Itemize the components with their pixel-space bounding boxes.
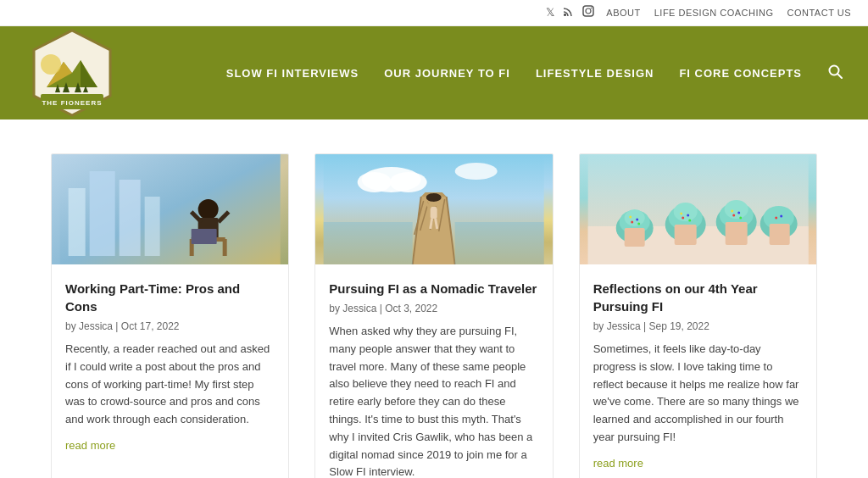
- svg-rect-1: [583, 6, 593, 16]
- twitter-icon[interactable]: 𝕏: [546, 6, 554, 19]
- svg-point-58: [631, 221, 633, 224]
- nav-journey[interactable]: OUR JOURNEY TO FI: [384, 67, 510, 80]
- svg-point-68: [680, 213, 682, 215]
- rss-icon[interactable]: [563, 6, 574, 20]
- card-image: [315, 154, 552, 264]
- svg-rect-73: [725, 222, 747, 245]
- contact-link[interactable]: CONTACT US: [787, 8, 852, 18]
- svg-point-3: [591, 8, 593, 9]
- read-more-link[interactable]: read more: [593, 457, 643, 470]
- card-body: Reflections on our 4th Year Pursuing FI …: [580, 264, 816, 478]
- svg-rect-80: [769, 224, 789, 245]
- svg-rect-21: [145, 197, 160, 256]
- svg-text:THE FIONEERS: THE FIONEERS: [42, 99, 102, 107]
- card-excerpt: When asked why they are pursuing FI, man…: [329, 323, 538, 478]
- svg-rect-19: [90, 171, 115, 256]
- svg-point-8: [41, 54, 61, 75]
- svg-point-61: [637, 223, 640, 225]
- svg-point-56: [624, 209, 644, 226]
- svg-line-47: [431, 219, 432, 229]
- svg-point-74: [732, 214, 735, 217]
- instagram-icon[interactable]: [582, 5, 594, 20]
- top-nav-links: ABOUT LIFE DESIGN COACHING CONTACT US: [606, 8, 851, 18]
- card-meta: by Jessica | Oct 3, 2022: [329, 303, 538, 314]
- nav-slow-fi[interactable]: SLOW FI INTERVIEWS: [226, 67, 359, 80]
- main-content: Working Part-Time: Pros and Cons by Jess…: [0, 119, 868, 478]
- svg-line-16: [837, 74, 842, 78]
- blog-card: Pursuing FI as a Nomadic Traveler by Jes…: [314, 153, 553, 478]
- svg-point-59: [636, 219, 638, 221]
- svg-point-22: [198, 199, 219, 220]
- card-excerpt: Recently, a reader reached out and asked…: [65, 341, 275, 429]
- card-body: Pursuing FI as a Nomadic Traveler by Jes…: [315, 264, 552, 478]
- site-logo[interactable]: THE FIONEERS: [25, 26, 119, 119]
- card-excerpt: Sometimes, it feels like day-to-day prog…: [593, 341, 803, 447]
- svg-point-34: [455, 163, 498, 180]
- card-body: Working Part-Time: Pros and Cons by Jess…: [52, 264, 288, 468]
- svg-point-66: [682, 217, 684, 220]
- life-design-link[interactable]: LIFE DESIGN COACHING: [654, 8, 774, 18]
- svg-rect-29: [192, 229, 217, 244]
- blog-cards-grid: Working Part-Time: Pros and Cons by Jess…: [51, 153, 817, 478]
- svg-line-48: [436, 219, 437, 229]
- svg-point-33: [390, 172, 427, 192]
- svg-point-76: [731, 210, 733, 213]
- svg-rect-65: [674, 225, 696, 245]
- svg-rect-43: [324, 222, 413, 264]
- svg-point-67: [687, 214, 689, 217]
- about-link[interactable]: ABOUT: [606, 8, 640, 18]
- logo-area[interactable]: THE FIONEERS: [25, 26, 119, 119]
- svg-point-64: [673, 203, 697, 221]
- card-title: Pursuing FI as a Nomadic Traveler: [329, 280, 538, 297]
- svg-point-32: [358, 172, 392, 192]
- nav-lifestyle[interactable]: LIFESTYLE DESIGN: [536, 67, 654, 80]
- read-more-link[interactable]: read more: [65, 439, 115, 452]
- nav-fi-core[interactable]: FI CORE CONCEPTS: [679, 67, 802, 80]
- svg-point-72: [724, 200, 748, 219]
- card-image: [580, 154, 816, 264]
- svg-point-60: [629, 216, 632, 219]
- svg-point-75: [737, 212, 740, 214]
- svg-point-81: [775, 217, 777, 220]
- card-image: [52, 154, 288, 264]
- svg-rect-28: [223, 239, 227, 256]
- svg-point-69: [688, 220, 691, 222]
- main-nav: SLOW FI INTERVIEWS OUR JOURNEY TO FI LIF…: [226, 64, 843, 83]
- site-header: THE FIONEERS SLOW FI INTERVIEWS OUR JOUR…: [0, 26, 868, 119]
- card-title: Working Part-Time: Pros and Cons: [65, 280, 275, 315]
- card-meta: by Jessica | Sep 19, 2022: [593, 320, 803, 332]
- blog-card: Working Part-Time: Pros and Cons by Jess…: [51, 153, 289, 478]
- svg-rect-57: [624, 228, 644, 247]
- svg-point-77: [739, 217, 742, 220]
- card-meta: by Jessica | Oct 17, 2022: [65, 320, 275, 332]
- svg-point-2: [586, 8, 591, 14]
- card-title: Reflections on our 4th Year Pursuing FI: [593, 280, 803, 315]
- blog-card: Reflections on our 4th Year Pursuing FI …: [579, 153, 817, 478]
- search-icon[interactable]: [827, 64, 843, 83]
- svg-rect-46: [431, 207, 437, 219]
- top-bar: 𝕏 ABOUT LIFE DESIGN COACHING CONTACT US: [0, 0, 868, 26]
- svg-rect-20: [120, 180, 141, 256]
- svg-point-82: [780, 215, 782, 218]
- social-icons: 𝕏: [546, 5, 594, 20]
- svg-rect-0: [564, 14, 566, 16]
- svg-rect-18: [69, 188, 86, 256]
- svg-rect-44: [455, 222, 544, 264]
- svg-point-51: [426, 193, 442, 202]
